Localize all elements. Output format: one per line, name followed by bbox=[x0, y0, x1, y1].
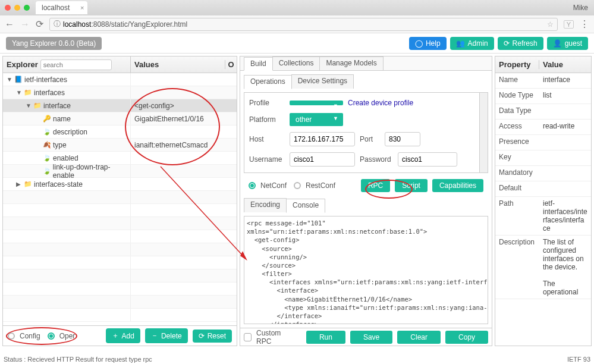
delete-button[interactable]: － Delete bbox=[145, 328, 188, 343]
tab-manage-models[interactable]: Manage Models bbox=[319, 57, 383, 70]
restconf-label: RestConf bbox=[306, 181, 335, 190]
tree-row[interactable]: 🔑nameGigabitEthernet1/0/16 bbox=[3, 112, 237, 125]
custom-rpc-checkbox[interactable] bbox=[244, 333, 252, 341]
profile-label: Profile bbox=[249, 99, 285, 107]
value-header: Value bbox=[539, 60, 567, 69]
footer-badge: IETF 93 bbox=[567, 356, 590, 363]
host-label: Host bbox=[249, 135, 285, 143]
profile-name: Mike bbox=[573, 4, 588, 12]
profile-select[interactable] bbox=[290, 101, 343, 105]
tree-row[interactable]: ▼📘ietf-interfaces bbox=[3, 73, 237, 86]
users-icon: 👥 bbox=[456, 39, 465, 48]
minimize-window-icon[interactable] bbox=[14, 5, 20, 11]
refresh-icon: ⟳ bbox=[504, 39, 510, 48]
browser-tab[interactable]: localhost × bbox=[36, 1, 87, 14]
yang-tree[interactable]: ▼📘ietf-interfaces▼📁interfaces▼📁interface… bbox=[3, 73, 237, 325]
rpc-button[interactable]: RPC bbox=[361, 179, 390, 192]
tree-row[interactable]: 🍃description bbox=[3, 125, 237, 139]
help-button[interactable]: ◯Help bbox=[409, 37, 447, 50]
window-controls bbox=[5, 5, 30, 11]
capabilities-button[interactable]: Capabilities bbox=[432, 179, 483, 192]
reload-icon[interactable]: ⟳ bbox=[36, 18, 43, 30]
tab-build[interactable]: Build bbox=[244, 57, 273, 71]
github-icon: ◯ bbox=[415, 39, 423, 48]
close-window-icon[interactable] bbox=[5, 5, 11, 11]
info-icon: ⓘ bbox=[54, 19, 61, 29]
property-row: Mandatory bbox=[495, 166, 591, 181]
save-button[interactable]: Save bbox=[350, 331, 392, 344]
username-input[interactable] bbox=[290, 152, 355, 167]
property-table: NameinterfaceNode TypelistData TypeAcces… bbox=[495, 73, 591, 346]
explorer-title: Explorer bbox=[7, 60, 38, 69]
property-row: Nameinterface bbox=[495, 73, 591, 89]
platform-label: Platform bbox=[249, 115, 285, 124]
netconf-label: NetConf bbox=[260, 181, 287, 190]
config-label: Config bbox=[20, 332, 40, 340]
clear-button[interactable]: Clear bbox=[397, 331, 441, 344]
search-input[interactable] bbox=[40, 59, 112, 70]
tab-console[interactable]: Console bbox=[286, 199, 325, 213]
url-path: :8088/static/YangExplorer.html bbox=[91, 20, 187, 29]
property-row: Pathietf-interfaces/interfaces/interface bbox=[495, 197, 591, 236]
browser-tab-strip: localhost × Mike bbox=[0, 0, 594, 15]
script-button[interactable]: Script bbox=[395, 179, 428, 192]
address-bar[interactable]: ⓘ localhost :8088/static/YangExplorer.ht… bbox=[49, 18, 558, 31]
app-title-badge: Yang Explorer 0.6.0 (Beta) bbox=[6, 37, 102, 50]
run-button[interactable]: Run bbox=[306, 331, 345, 344]
tab-collections[interactable]: Collections bbox=[272, 57, 320, 70]
user-icon: 👤 bbox=[553, 39, 562, 48]
top-tabs: Build Collections Manage Models bbox=[240, 57, 492, 71]
password-input[interactable] bbox=[398, 152, 457, 167]
property-row: DescriptionThe list of configured interf… bbox=[495, 236, 591, 299]
property-header: Property bbox=[495, 60, 539, 69]
custom-rpc-label: Custom RPC bbox=[256, 329, 294, 346]
tab-title: localhost bbox=[42, 4, 70, 12]
property-row: Node Typelist bbox=[495, 89, 591, 104]
platform-select[interactable]: other bbox=[290, 113, 343, 126]
add-button[interactable]: ＋ Add bbox=[106, 328, 140, 343]
property-row: Default bbox=[495, 181, 591, 197]
form-scrollbar[interactable] bbox=[479, 93, 488, 172]
property-panel: Property Value NameinterfaceNode Typelis… bbox=[495, 56, 592, 346]
config-radio[interactable] bbox=[8, 332, 15, 340]
o-col-header: O bbox=[225, 60, 237, 69]
property-row: Accessread-write bbox=[495, 120, 591, 135]
property-row: Presence bbox=[495, 135, 591, 150]
tree-row[interactable]: ▼📁interface<get-config> bbox=[3, 99, 237, 112]
host-input[interactable] bbox=[290, 132, 355, 146]
tab-device-settings[interactable]: Device Settings bbox=[291, 74, 354, 89]
extension-icon[interactable]: Y bbox=[564, 20, 574, 29]
reset-button[interactable]: ⟳ Reset bbox=[193, 330, 232, 343]
tab-operations[interactable]: Operations bbox=[244, 75, 292, 89]
copy-button[interactable]: Copy bbox=[445, 331, 488, 344]
build-panel: Build Collections Manage Models Operatio… bbox=[240, 56, 492, 346]
refresh-button[interactable]: ⟳Refresh bbox=[498, 37, 543, 50]
oper-radio[interactable] bbox=[48, 332, 55, 340]
port-input[interactable] bbox=[385, 132, 420, 146]
admin-button[interactable]: 👥Admin bbox=[450, 37, 494, 50]
oper-label: Oper bbox=[59, 332, 76, 340]
tab-encoding[interactable]: Encoding bbox=[244, 198, 287, 212]
port-label: Port bbox=[360, 135, 380, 143]
back-icon[interactable]: ← bbox=[5, 19, 14, 30]
maximize-window-icon[interactable] bbox=[24, 5, 30, 11]
netconf-radio[interactable] bbox=[249, 182, 256, 189]
username-label: Username bbox=[249, 155, 285, 164]
create-profile-link[interactable]: Create device profile bbox=[348, 99, 413, 107]
forward-icon[interactable]: → bbox=[20, 19, 30, 30]
property-row: Data Type bbox=[495, 104, 591, 120]
app-header: Yang Explorer 0.6.0 (Beta) ◯Help 👥Admin … bbox=[0, 33, 594, 54]
close-tab-icon[interactable]: × bbox=[80, 4, 84, 11]
tree-row[interactable]: 🍃link-up-down-trap-enable bbox=[3, 165, 237, 178]
star-icon[interactable]: ☆ bbox=[547, 20, 554, 29]
console-output[interactable]: <rpc message-id="101" xmlns="urn:ietf:pa… bbox=[244, 216, 488, 324]
menu-icon[interactable]: ⋮ bbox=[580, 18, 589, 30]
password-label: Password bbox=[360, 155, 393, 164]
tree-row[interactable]: ▼📁interfaces bbox=[3, 86, 237, 99]
main-layout: Explorer Values O ▼📘ietf-interfaces▼📁int… bbox=[0, 54, 594, 349]
restconf-radio[interactable] bbox=[294, 182, 301, 189]
explorer-header: Explorer Values O bbox=[3, 57, 237, 73]
guest-button[interactable]: 👤guest bbox=[547, 37, 588, 50]
tree-row[interactable]: 🍂typeianaift:ethernetCsmacd bbox=[3, 139, 237, 152]
tree-row[interactable]: ▶📁interfaces-state bbox=[3, 178, 237, 191]
